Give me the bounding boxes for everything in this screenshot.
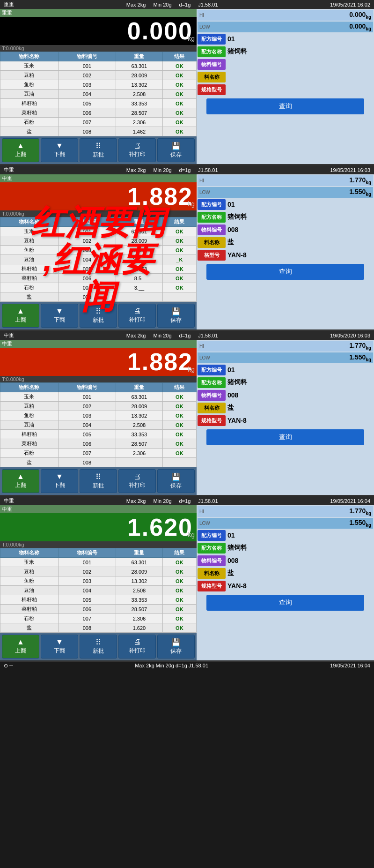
low-label: LOW	[199, 521, 210, 526]
material-name-label: 料名称	[198, 568, 226, 579]
btn-up[interactable]: ▲ 上翻	[2, 304, 39, 328]
formula-name-value: 猪饲料	[227, 47, 247, 56]
btn-reprint-label: 补打印	[129, 481, 146, 489]
right-panel: HI 1.770kg LOW 1.550kg 配方编号 01 配方名称 猪饲料 …	[197, 505, 374, 660]
down-arrow-icon: ▼	[56, 472, 63, 481]
hi-value: 1.770kg	[349, 342, 371, 351]
table-wrapper: 物料名称物料编号重量结果 玉米 001 63.301 OK 豆粕 002 28.…	[0, 382, 197, 467]
btn-down[interactable]: ▼ 下翻	[41, 138, 78, 162]
scale-value: 1.882	[4, 350, 193, 374]
formula-code-label: 配方编号	[198, 199, 226, 210]
table-row: 鱼粉 003 13.302 OK	[0, 80, 197, 90]
hi-label: HI	[199, 344, 204, 349]
down-arrow-icon: ▼	[56, 142, 63, 150]
scale-display: 1.882 kg	[0, 182, 197, 210]
formula-code-value: 01	[227, 531, 235, 539]
btn-up[interactable]: ▲ 上翻	[2, 635, 39, 658]
scale-left: 中重 1.882 kg T:0.000kg 红酒要闻,红涵要闻 物料名称物料编号…	[0, 174, 197, 329]
table-row: 菜籽粕 006 _8.5__ OK	[0, 274, 197, 283]
right-panel: HI 0.000kg LOW 0.000kg 配方编号 01 配方名称 猪饲料 …	[197, 9, 374, 164]
formula-name-value: 猪饲料	[227, 213, 247, 221]
print-icon: 🖨	[133, 472, 141, 481]
formula-code-row: 配方编号 01	[198, 34, 373, 45]
scale-value: 0.000	[4, 19, 193, 43]
down-arrow-icon: ▼	[56, 638, 63, 646]
btn-save[interactable]: 💾 保存	[157, 304, 195, 328]
data-table: 物料名称物料编号重量结果 玉米 001 63.301 OK 豆粕 002 28.…	[0, 52, 197, 136]
print-icon: 🖨	[133, 142, 141, 150]
btn-down[interactable]: ▼ 下翻	[41, 635, 78, 658]
btn-new-batch[interactable]: ⠿ 新批	[80, 138, 117, 162]
btn-save[interactable]: 💾 保存	[157, 469, 195, 493]
button-bar: ▲ 上翻 ▼ 下翻 ⠿ 新批 🖨 补打印	[0, 467, 197, 495]
table-row: 石粉 007 2.306 OK	[0, 449, 197, 458]
table-row: 盐 008	[0, 458, 197, 467]
material-code-value: 008	[227, 557, 238, 564]
table-row: 盐 008 1.620 OK	[0, 623, 197, 633]
query-button[interactable]: 查询	[206, 595, 365, 611]
formula-code-label: 配方编号	[198, 365, 226, 375]
panel-panel1: 重重 Max 2kgMin 20gd=1gJ1.58.01 19/05/2021…	[0, 0, 374, 165]
table-row: 鱼粉 003 13.302 OK	[0, 411, 197, 420]
low-label: LOW	[199, 24, 210, 30]
material-name-value: 盐	[227, 569, 234, 577]
spec-value: YAN-8	[227, 582, 247, 590]
material-name-value: 盐	[227, 238, 234, 247]
material-code-row: 物料编号 008	[198, 390, 373, 401]
save-icon: 💾	[171, 307, 181, 316]
btn-down[interactable]: ▼ 下翻	[41, 304, 78, 328]
btn-reprint[interactable]: 🖨 补打印	[118, 635, 156, 658]
btn-save[interactable]: 💾 保存	[157, 138, 195, 162]
table-header: 结果	[162, 52, 196, 61]
btn-save-label: 保存	[170, 482, 182, 490]
btn-new-batch[interactable]: ⠿ 新批	[80, 304, 117, 328]
hi-value: 0.000kg	[349, 11, 371, 20]
table-row: 豆粕 002 28.009 OK	[0, 71, 197, 80]
formula-code-row: 配方编号 01	[198, 199, 373, 210]
btn-up[interactable]: ▲ 上翻	[2, 469, 39, 493]
save-icon: 💾	[171, 638, 181, 647]
btn-down[interactable]: ▼ 下翻	[41, 469, 78, 493]
table-header: 物料编号	[58, 383, 116, 392]
material-code-value: 008	[227, 391, 238, 399]
data-table: 物料名称物料编号重量结果 玉米 001 63.301 OK 豆粕 002 28.…	[0, 217, 197, 302]
table-header: 物料名称	[0, 217, 59, 227]
scale-header: 重重	[0, 9, 197, 17]
btn-reprint[interactable]: 🖨 补打印	[118, 304, 156, 328]
btn-save[interactable]: 💾 保存	[157, 635, 195, 658]
btn-up[interactable]: ▲ 上翻	[2, 138, 39, 162]
btn-down-label: 下翻	[54, 150, 65, 158]
table-row: 棉籽粕 005 33.353 OK	[0, 99, 197, 108]
data-table: 物料名称物料编号重量结果 玉米 001 63.301 OK 豆粕 002 28.…	[0, 382, 197, 467]
formula-code-row: 配方编号 01	[198, 530, 373, 541]
scale-tare: T:0.000kg	[0, 45, 197, 52]
btn-up-label: 上翻	[15, 316, 26, 324]
btn-save-label: 保存	[170, 647, 182, 655]
table-header-row: 物料名称物料编号重量结果	[0, 383, 197, 392]
btn-reprint[interactable]: 🖨 补打印	[118, 469, 156, 493]
query-button[interactable]: 查询	[206, 98, 365, 114]
formula-code-value: 01	[227, 35, 235, 43]
table-row: 石粉 007 2.306 OK	[0, 614, 197, 623]
table-row: 菜籽粕 006 28.507 OK	[0, 605, 197, 614]
hi-row: HI 0.000kg	[198, 10, 373, 21]
table-row: 豆粕 002 28.009 OK	[0, 567, 197, 576]
scale-unit: kg	[188, 35, 195, 42]
btn-new-batch[interactable]: ⠿ 新批	[80, 635, 117, 658]
btn-reprint[interactable]: 🖨 补打印	[118, 138, 156, 162]
formula-name-row: 配方名称 猪饲料	[198, 46, 373, 57]
query-button[interactable]: 查询	[206, 264, 365, 280]
scale-tare: T:0.000kg	[0, 376, 197, 382]
table-row: 石粉 007 3.__ OK	[0, 283, 197, 292]
table-row: 豆粕 002 28.009 OK	[0, 402, 197, 411]
status-center: Max 2kgMin 20gd=1gJ1.58.01	[126, 498, 218, 504]
table-row: 玉米 001 63.301 OK	[0, 558, 197, 567]
low-value: 1.550kg	[349, 188, 371, 197]
status-left: 中重	[4, 497, 14, 504]
table-header: 物料编号	[58, 217, 116, 227]
table-header: 物料编号	[58, 548, 116, 558]
btn-new-batch[interactable]: ⠿ 新批	[80, 469, 117, 493]
bottom-left: ⊙ ─	[4, 663, 13, 669]
query-button[interactable]: 查询	[206, 429, 365, 445]
table-row: 豆油 004 2.5__ _K	[0, 255, 197, 264]
